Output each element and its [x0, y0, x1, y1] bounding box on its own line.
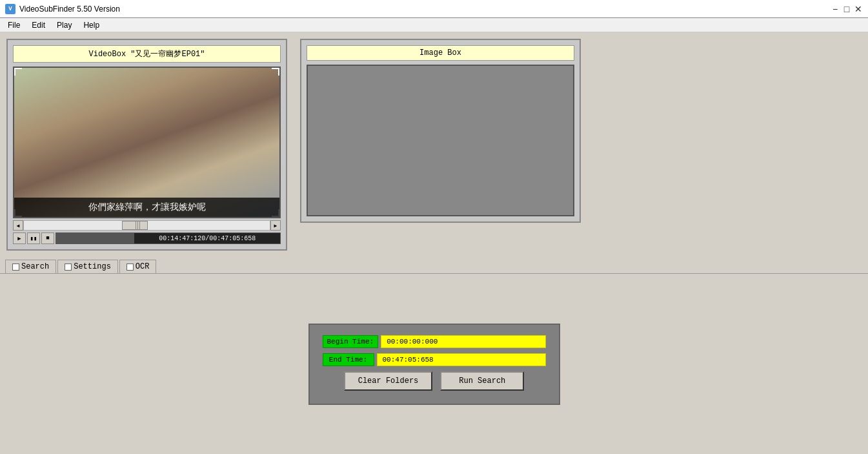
video-background	[14, 68, 279, 217]
search-panel: Begin Time: 00:00:00:000 End Time: 00:47…	[308, 324, 560, 405]
pause-button[interactable]: ▮▮	[27, 232, 40, 244]
tab-search-label: Search	[21, 262, 49, 271]
begin-time-label: Begin Time:	[323, 335, 379, 348]
end-time-row: End Time: 00:47:05:658	[323, 353, 546, 366]
scroll-left-arrow[interactable]: ◀	[13, 220, 23, 231]
scroll-grip	[136, 222, 141, 229]
panels-row: VideoBox "又见一帘幽梦EP01" 你們家綠萍啊，才讓我嫉妒呢 ◀ ▶	[0, 32, 868, 257]
tab-ocr-checkbox[interactable]	[126, 263, 134, 271]
menu-play[interactable]: Play	[52, 19, 77, 31]
close-button[interactable]: ✕	[854, 5, 863, 14]
menu-edit[interactable]: Edit	[26, 19, 50, 31]
tab-search[interactable]: Search	[5, 260, 56, 273]
begin-time-value[interactable]: 00:00:00:000	[381, 335, 545, 348]
tab-content: Begin Time: 00:00:00:000 End Time: 00:47…	[0, 274, 868, 454]
image-title: Image Box	[307, 45, 574, 61]
tab-settings-checkbox[interactable]	[65, 263, 72, 271]
end-time-value[interactable]: 00:47:05:658	[377, 353, 546, 366]
menu-help[interactable]: Help	[78, 19, 105, 31]
time-fill	[56, 233, 134, 243]
tab-ocr[interactable]: OCR	[119, 260, 157, 273]
scroll-track[interactable]	[23, 220, 270, 231]
end-time-label: End Time:	[323, 353, 374, 366]
video-subtitle: 你們家綠萍啊，才讓我嫉妒呢	[14, 198, 279, 217]
corner-tl	[14, 68, 22, 76]
video-panel: VideoBox "又见一帘幽梦EP01" 你們家綠萍啊，才讓我嫉妒呢 ◀ ▶	[6, 39, 287, 251]
scroll-thumb[interactable]	[122, 221, 148, 230]
play-button[interactable]: ▶	[13, 232, 26, 244]
app-icon: V	[5, 4, 15, 14]
run-search-button[interactable]: Run Search	[440, 371, 524, 391]
action-buttons: Clear Folders Run Search	[323, 371, 546, 391]
window-controls: − □ ✕	[831, 5, 863, 14]
app-title: VideoSubFinder 5.50 Version	[19, 5, 120, 14]
menu-bar: File Edit Play Help	[0, 18, 868, 32]
video-display: 你們家綠萍啊，才讓我嫉妒呢	[13, 67, 281, 218]
main-content: VideoBox "又见一帘幽梦EP01" 你們家綠萍啊，才讓我嫉妒呢 ◀ ▶	[0, 32, 868, 454]
title-bar: V VideoSubFinder 5.50 Version − □ ✕	[0, 0, 868, 18]
begin-time-row: Begin Time: 00:00:00:000	[323, 335, 546, 348]
tabs-row: Search Settings OCR	[0, 257, 868, 274]
minimize-button[interactable]: −	[831, 5, 840, 14]
video-title: VideoBox "又见一帘幽梦EP01"	[13, 45, 281, 63]
tab-settings-label: Settings	[74, 262, 111, 271]
video-scrollbar: ◀ ▶	[13, 220, 281, 231]
maximize-button[interactable]: □	[842, 5, 851, 14]
time-display: 00:14:47:120/00:47:05:658	[134, 235, 280, 242]
menu-file[interactable]: File	[3, 19, 25, 31]
tab-search-checkbox[interactable]	[12, 263, 19, 271]
time-progress-bar[interactable]: 00:14:47:120/00:47:05:658	[56, 232, 281, 244]
image-display	[307, 65, 574, 216]
scroll-right-arrow[interactable]: ▶	[270, 220, 281, 231]
corner-tr	[272, 68, 279, 76]
stop-button[interactable]: ■	[41, 232, 54, 244]
video-controls: ▶ ▮▮ ■ 00:14:47:120/00:47:05:658	[13, 232, 281, 244]
clear-folders-button[interactable]: Clear Folders	[344, 371, 433, 391]
image-panel: Image Box	[300, 39, 581, 223]
tab-ocr-label: OCR	[136, 262, 150, 271]
tab-settings[interactable]: Settings	[57, 260, 118, 273]
